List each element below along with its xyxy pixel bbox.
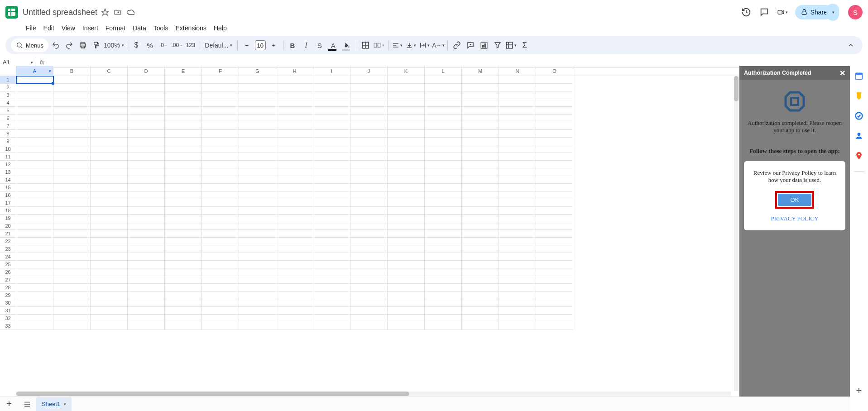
cell-N14[interactable] bbox=[499, 176, 536, 184]
cell-K25[interactable] bbox=[388, 261, 425, 268]
filter-views-button[interactable]: ▾ bbox=[505, 39, 518, 52]
cell-H7[interactable] bbox=[276, 122, 313, 130]
cell-L11[interactable] bbox=[425, 153, 462, 161]
percent-button[interactable]: % bbox=[144, 39, 156, 52]
cell-K23[interactable] bbox=[388, 245, 425, 253]
cell-E27[interactable] bbox=[165, 276, 202, 284]
cell-M30[interactable] bbox=[462, 299, 499, 307]
cell-I33[interactable] bbox=[313, 322, 350, 330]
cell-L27[interactable] bbox=[425, 276, 462, 284]
cell-C13[interactable] bbox=[91, 168, 128, 176]
cell-G21[interactable] bbox=[239, 230, 276, 238]
cell-N2[interactable] bbox=[499, 84, 536, 91]
cell-O32[interactable] bbox=[536, 315, 573, 322]
cell-I31[interactable] bbox=[313, 307, 350, 315]
cell-H33[interactable] bbox=[276, 322, 313, 330]
cell-D28[interactable] bbox=[128, 284, 165, 292]
column-header-I[interactable]: I bbox=[313, 66, 350, 76]
cell-K14[interactable] bbox=[388, 176, 425, 184]
cell-B22[interactable] bbox=[53, 238, 91, 245]
cell-M25[interactable] bbox=[462, 261, 499, 268]
cell-L15[interactable] bbox=[425, 184, 462, 191]
cell-I21[interactable] bbox=[313, 230, 350, 238]
cell-O33[interactable] bbox=[536, 322, 573, 330]
cell-G12[interactable] bbox=[239, 161, 276, 168]
cell-D8[interactable] bbox=[128, 130, 165, 138]
menus-search-button[interactable]: Menus bbox=[11, 38, 48, 52]
cell-B27[interactable] bbox=[53, 276, 91, 284]
cell-E4[interactable] bbox=[165, 99, 202, 107]
cell-F7[interactable] bbox=[202, 122, 239, 130]
cell-I15[interactable] bbox=[313, 184, 350, 191]
cell-O15[interactable] bbox=[536, 184, 573, 191]
sheet-tab-sheet1[interactable]: Sheet1 ▾ bbox=[36, 397, 72, 411]
cell-D6[interactable] bbox=[128, 115, 165, 122]
cloud-status-icon[interactable] bbox=[126, 8, 134, 16]
cell-C12[interactable] bbox=[91, 161, 128, 168]
cell-F8[interactable] bbox=[202, 130, 239, 138]
cell-O30[interactable] bbox=[536, 299, 573, 307]
row-header-11[interactable]: 11 bbox=[0, 153, 16, 161]
cell-M27[interactable] bbox=[462, 276, 499, 284]
insert-link-button[interactable] bbox=[451, 39, 463, 52]
cell-O5[interactable] bbox=[536, 107, 573, 115]
cell-F25[interactable] bbox=[202, 261, 239, 268]
share-dropdown-button[interactable]: ▾ bbox=[826, 4, 839, 21]
cell-M12[interactable] bbox=[462, 161, 499, 168]
cell-H6[interactable] bbox=[276, 115, 313, 122]
cell-N1[interactable] bbox=[499, 76, 536, 84]
cell-N33[interactable] bbox=[499, 322, 536, 330]
cell-J29[interactable] bbox=[350, 292, 388, 299]
cell-D20[interactable] bbox=[128, 222, 165, 230]
cell-G10[interactable] bbox=[239, 145, 276, 153]
cell-G14[interactable] bbox=[239, 176, 276, 184]
cell-L7[interactable] bbox=[425, 122, 462, 130]
cell-O31[interactable] bbox=[536, 307, 573, 315]
sheet-tab-menu-icon[interactable]: ▾ bbox=[64, 402, 66, 406]
select-all-corner[interactable] bbox=[0, 66, 16, 76]
cell-D22[interactable] bbox=[128, 238, 165, 245]
cell-B20[interactable] bbox=[53, 222, 91, 230]
cell-O1[interactable] bbox=[536, 76, 573, 84]
cell-J23[interactable] bbox=[350, 245, 388, 253]
cell-I18[interactable] bbox=[313, 207, 350, 215]
cell-O12[interactable] bbox=[536, 161, 573, 168]
cell-A15[interactable] bbox=[16, 184, 53, 191]
cell-B11[interactable] bbox=[53, 153, 91, 161]
cell-O29[interactable] bbox=[536, 292, 573, 299]
column-header-C[interactable]: C bbox=[91, 66, 128, 76]
column-header-G[interactable]: G bbox=[239, 66, 276, 76]
cell-M14[interactable] bbox=[462, 176, 499, 184]
cell-E26[interactable] bbox=[165, 268, 202, 276]
cell-E24[interactable] bbox=[165, 253, 202, 261]
cell-A10[interactable] bbox=[16, 145, 53, 153]
cell-N31[interactable] bbox=[499, 307, 536, 315]
strikethrough-button[interactable]: S bbox=[313, 39, 326, 52]
menu-extensions[interactable]: Extensions bbox=[172, 23, 209, 33]
cell-C21[interactable] bbox=[91, 230, 128, 238]
cell-M13[interactable] bbox=[462, 168, 499, 176]
cell-E10[interactable] bbox=[165, 145, 202, 153]
cell-L19[interactable] bbox=[425, 215, 462, 222]
cell-K29[interactable] bbox=[388, 292, 425, 299]
cell-N26[interactable] bbox=[499, 268, 536, 276]
insert-comment-button[interactable] bbox=[464, 39, 477, 52]
row-header-21[interactable]: 21 bbox=[0, 230, 16, 238]
cell-H12[interactable] bbox=[276, 161, 313, 168]
cell-C19[interactable] bbox=[91, 215, 128, 222]
cell-N4[interactable] bbox=[499, 99, 536, 107]
cell-M32[interactable] bbox=[462, 315, 499, 322]
tasks-icon[interactable] bbox=[854, 111, 863, 120]
cell-F22[interactable] bbox=[202, 238, 239, 245]
functions-button[interactable]: Σ bbox=[518, 39, 531, 52]
cell-G30[interactable] bbox=[239, 299, 276, 307]
italic-button[interactable]: I bbox=[300, 39, 312, 52]
cell-C15[interactable] bbox=[91, 184, 128, 191]
cell-A2[interactable] bbox=[16, 84, 53, 91]
cell-C33[interactable] bbox=[91, 322, 128, 330]
cell-N32[interactable] bbox=[499, 315, 536, 322]
cell-J22[interactable] bbox=[350, 238, 388, 245]
cell-A23[interactable] bbox=[16, 245, 53, 253]
cell-L32[interactable] bbox=[425, 315, 462, 322]
cell-D25[interactable] bbox=[128, 261, 165, 268]
